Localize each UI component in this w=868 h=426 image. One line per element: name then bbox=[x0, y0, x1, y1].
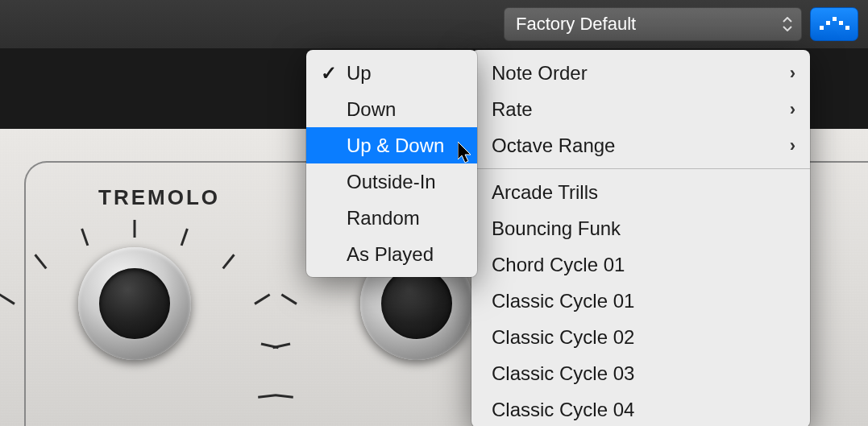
menu-item-label: Classic Cycle 03 bbox=[492, 362, 634, 385]
menu-item-label: Note Order bbox=[492, 62, 588, 85]
svg-rect-0 bbox=[820, 26, 824, 30]
menu-item-label: Up & Down bbox=[347, 134, 444, 157]
submenu-item-up-and-down[interactable]: Up & Down bbox=[306, 127, 477, 163]
top-toolbar: Factory Default bbox=[0, 0, 868, 48]
menu-item-label: Random bbox=[347, 207, 420, 230]
menu-item-label: Rate bbox=[492, 98, 533, 121]
svg-rect-2 bbox=[833, 17, 837, 21]
note-order-submenu: Up Down Up & Down Outside-In Random As P… bbox=[306, 50, 477, 277]
svg-rect-4 bbox=[845, 26, 849, 30]
svg-rect-1 bbox=[826, 21, 830, 25]
chevron-right-icon: › bbox=[790, 135, 795, 156]
menu-item-label: Octave Range bbox=[492, 134, 615, 157]
menu-item-label: Classic Cycle 04 bbox=[492, 399, 634, 421]
menu-item-label: Down bbox=[347, 98, 396, 121]
submenu-item-outside-in[interactable]: Outside-In bbox=[306, 163, 477, 200]
menu-item-label: Arcade Trills bbox=[492, 181, 598, 204]
svg-rect-3 bbox=[839, 21, 843, 25]
wave-button[interactable] bbox=[810, 7, 858, 41]
menu-item-preset[interactable]: Chord Cycle 01 bbox=[471, 246, 810, 283]
menu-item-label: As Played bbox=[347, 243, 434, 266]
menu-separator bbox=[471, 168, 810, 169]
chevron-right-icon: › bbox=[790, 63, 795, 84]
menu-item-preset[interactable]: Classic Cycle 03 bbox=[471, 355, 810, 391]
menu-item-preset[interactable]: Classic Cycle 04 bbox=[471, 391, 810, 426]
menu-item-note-order[interactable]: Note Order › bbox=[471, 55, 810, 91]
preset-dropdown-label: Factory Default bbox=[516, 14, 636, 35]
menu-item-label: Outside-In bbox=[347, 171, 436, 193]
wave-icon bbox=[818, 16, 850, 32]
menu-item-preset[interactable]: Arcade Trills bbox=[471, 174, 810, 210]
menu-item-label: Chord Cycle 01 bbox=[492, 254, 625, 276]
tremolo-knob[interactable] bbox=[50, 219, 219, 388]
submenu-item-as-played[interactable]: As Played bbox=[306, 236, 477, 272]
menu-item-label: Up bbox=[347, 62, 372, 85]
menu-item-label: Bouncing Funk bbox=[492, 217, 621, 240]
menu-item-preset[interactable]: Classic Cycle 02 bbox=[471, 319, 810, 355]
submenu-item-down[interactable]: Down bbox=[306, 91, 477, 127]
menu-item-preset[interactable]: Bouncing Funk bbox=[471, 210, 810, 246]
menu-item-label: Classic Cycle 01 bbox=[492, 290, 634, 312]
submenu-item-random[interactable]: Random bbox=[306, 200, 477, 236]
menu-item-octave-range[interactable]: Octave Range › bbox=[471, 127, 810, 163]
menu-item-rate[interactable]: Rate › bbox=[471, 91, 810, 127]
preset-dropdown[interactable]: Factory Default bbox=[504, 7, 802, 41]
menu-item-preset[interactable]: Classic Cycle 01 bbox=[471, 283, 810, 319]
submenu-item-up[interactable]: Up bbox=[306, 55, 477, 91]
preset-menu: Note Order › Rate › Octave Range › Arcad… bbox=[471, 50, 810, 426]
chevron-right-icon: › bbox=[790, 99, 795, 120]
stepper-icon bbox=[782, 17, 793, 31]
menu-item-label: Classic Cycle 02 bbox=[492, 326, 634, 349]
